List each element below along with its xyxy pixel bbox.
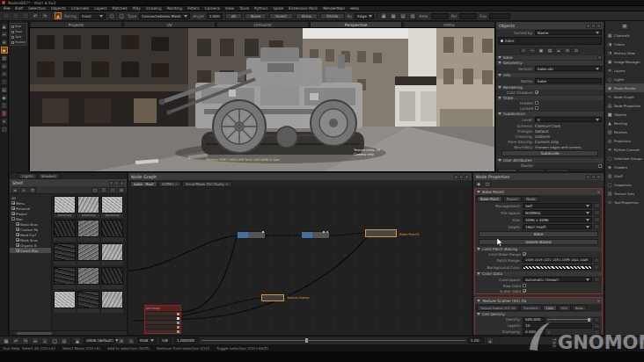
add-object-icon[interactable]: + bbox=[520, 47, 527, 54]
shelf-item[interactable] bbox=[54, 220, 76, 242]
palette-painting[interactable]: ▲Painting bbox=[605, 119, 644, 127]
sorted-by-dropdown[interactable]: Name bbox=[535, 30, 602, 35]
grid-toggle-icon[interactable]: ▦ bbox=[3, 337, 10, 344]
display-colorspace-dropdown[interactable]: sRGB (default) bbox=[84, 337, 115, 344]
palette-node-properties[interactable]: ▤Node Properties bbox=[605, 101, 644, 110]
close-panel-icon[interactable] bbox=[596, 24, 601, 28]
palette-texture-sets[interactable]: ▨Texture Sets bbox=[605, 189, 644, 198]
move-up-icon[interactable]: ▴ bbox=[555, 47, 562, 54]
palette-image-manager[interactable]: ▣Image Manager bbox=[605, 57, 644, 66]
mask-tool-icon[interactable]: ✕ bbox=[1, 118, 8, 125]
folder-icon[interactable]: ▥ bbox=[409, 12, 416, 19]
size-dropdown[interactable]: 4096 x 4096 bbox=[523, 217, 592, 222]
tab-lights[interactable]: Lights bbox=[18, 173, 37, 179]
expand-plus-icon[interactable]: + bbox=[16, 233, 19, 236]
objects-panel-header[interactable]: Objects bbox=[496, 22, 604, 29]
delete-baked-button[interactable]: Delete Baked bbox=[479, 239, 598, 245]
palette-lights[interactable]: ○Lights bbox=[605, 75, 644, 83]
circle-brush-icon[interactable]: ◯ bbox=[51, 337, 58, 344]
lock-icon[interactable]: □ bbox=[484, 181, 491, 187]
select-tool-icon[interactable]: ▲ bbox=[1, 23, 8, 30]
palette-layers[interactable]: ≡Layers bbox=[605, 66, 644, 75]
property-menu-button[interactable] bbox=[594, 323, 600, 329]
menu-filters[interactable]: Filters bbox=[187, 6, 199, 11]
palette-node-graph[interactable]: ∿Node Graph bbox=[605, 92, 644, 101]
open-project-icon[interactable] bbox=[12, 12, 19, 19]
expand-panel-icon[interactable] bbox=[591, 24, 596, 28]
undo-icon[interactable]: ↶ bbox=[12, 337, 19, 344]
tab-hsv[interactable]: HSV bbox=[558, 305, 571, 311]
tree-item-smart-masks[interactable]: +Smart Mas bbox=[10, 248, 51, 253]
node-bake-point[interactable]: Bake Point1 bbox=[365, 229, 397, 237]
erase-tool-icon[interactable]: ▨ bbox=[1, 54, 8, 62]
bake-point-group-header[interactable]: Bake Point1 ✕ bbox=[475, 189, 602, 195]
float-panel-icon[interactable] bbox=[109, 181, 113, 185]
down-arrow-icon[interactable]: ↓ bbox=[41, 337, 48, 344]
property-menu-button[interactable] bbox=[594, 203, 600, 208]
node-channel[interactable] bbox=[237, 231, 266, 239]
node-stack-smartmask[interactable]: Dirt Dusty bbox=[144, 305, 181, 334]
palette-channels[interactable]: ▦Channels bbox=[605, 31, 644, 40]
menu-camera[interactable]: Camera bbox=[204, 6, 219, 11]
search-icon[interactable]: ◌ bbox=[109, 187, 116, 193]
back-arrow-icon[interactable]: ◂ bbox=[11, 187, 18, 193]
move-icon[interactable]: ↔ bbox=[32, 337, 39, 344]
save-icon[interactable] bbox=[22, 12, 29, 19]
cast-shadows-checkbox[interactable] bbox=[535, 90, 538, 94]
expand-plus-icon[interactable]: + bbox=[16, 238, 19, 242]
copy-icon[interactable]: ▣ bbox=[380, 12, 387, 19]
marquee-select-icon[interactable]: ▢ bbox=[108, 12, 115, 19]
shelf-item[interactable]: Armstrong bbox=[77, 196, 99, 218]
float-panel-icon[interactable] bbox=[586, 175, 590, 179]
clumping-field[interactable]: 0.000 bbox=[523, 329, 545, 335]
property-menu-button[interactable] bbox=[594, 210, 600, 215]
property-menu-button[interactable] bbox=[594, 217, 600, 222]
target-icon[interactable]: ◎ bbox=[61, 337, 68, 344]
palette-snapshots[interactable]: □Snapshots bbox=[605, 180, 644, 189]
expand-plus-icon[interactable]: + bbox=[11, 206, 15, 210]
layers-field[interactable]: 10 bbox=[523, 323, 592, 329]
select-invert-button[interactable]: Invert bbox=[269, 13, 293, 19]
clone-stamp-tool-icon[interactable]: ◎ bbox=[1, 62, 8, 69]
shelf-item[interactable] bbox=[54, 291, 76, 313]
shelf-item[interactable] bbox=[101, 267, 123, 289]
tab-smartmask[interactable]: SmartMask Dirt Dusty ✕ bbox=[182, 181, 232, 187]
shelf-item[interactable] bbox=[77, 243, 99, 265]
layers-icon[interactable]: ▤ bbox=[399, 12, 406, 19]
palette-patches[interactable]: ▧Patches bbox=[605, 127, 644, 136]
collapse-minus-icon[interactable]: - bbox=[11, 217, 15, 221]
gear-icon[interactable]: ⊙ bbox=[573, 47, 580, 54]
gradient-tool-icon[interactable]: ▤ bbox=[1, 86, 8, 93]
new-project-icon[interactable] bbox=[3, 12, 10, 19]
subdivide-button[interactable]: Subdivide bbox=[501, 150, 598, 156]
shelf-item[interactable] bbox=[54, 267, 76, 289]
node-properties-header[interactable]: Node Properties bbox=[473, 173, 604, 180]
palette-colors[interactable]: ◑Colors bbox=[605, 40, 644, 48]
reset-icon[interactable]: ✕ bbox=[118, 337, 125, 344]
close-group-icon[interactable]: ✕ bbox=[597, 190, 600, 194]
add-version-icon[interactable]: ▤ bbox=[546, 47, 553, 54]
patch-range-field[interactable]: 1009-1019 1021 1031-1039 1041-1049 bbox=[523, 257, 592, 263]
expand-panel-icon[interactable] bbox=[591, 175, 596, 179]
eyedropper-tool-icon[interactable]: □ bbox=[1, 126, 8, 133]
density-field[interactable]: 500.000 bbox=[523, 317, 545, 322]
duplicate-object-icon[interactable]: ▣ bbox=[538, 47, 545, 54]
limit-bake-range-checkbox[interactable] bbox=[523, 252, 526, 256]
towbrush-tool-icon[interactable]: ░ bbox=[1, 102, 8, 109]
shelf-item[interactable]: Armstrong bbox=[54, 196, 76, 218]
close-tab-icon[interactable]: ✕ bbox=[225, 182, 228, 186]
palette-objects[interactable]: ■Objects bbox=[605, 110, 644, 119]
viewport-canvas[interactable]: Memory 9067/16051MB Total 14974MB In Use… bbox=[29, 27, 495, 172]
shelf-item[interactable] bbox=[101, 243, 123, 265]
paint-brush-tool-icon[interactable]: ◉ bbox=[1, 47, 8, 54]
palette-projectors[interactable]: ◎Projectors bbox=[605, 136, 644, 145]
close-panel-icon[interactable] bbox=[465, 175, 469, 179]
close-tab-icon[interactable]: ✕ bbox=[175, 182, 178, 186]
tab-bake-point[interactable]: Bake Point bbox=[477, 196, 502, 202]
tab-projects[interactable]: Projects bbox=[30, 21, 122, 27]
level-dropdown[interactable]: 0 bbox=[535, 117, 602, 122]
visibility-dot-icon[interactable] bbox=[501, 40, 503, 42]
slider-knob[interactable] bbox=[305, 338, 308, 343]
tab-cells[interactable]: Cells bbox=[543, 305, 557, 311]
redo-icon[interactable]: ↷ bbox=[22, 337, 29, 344]
